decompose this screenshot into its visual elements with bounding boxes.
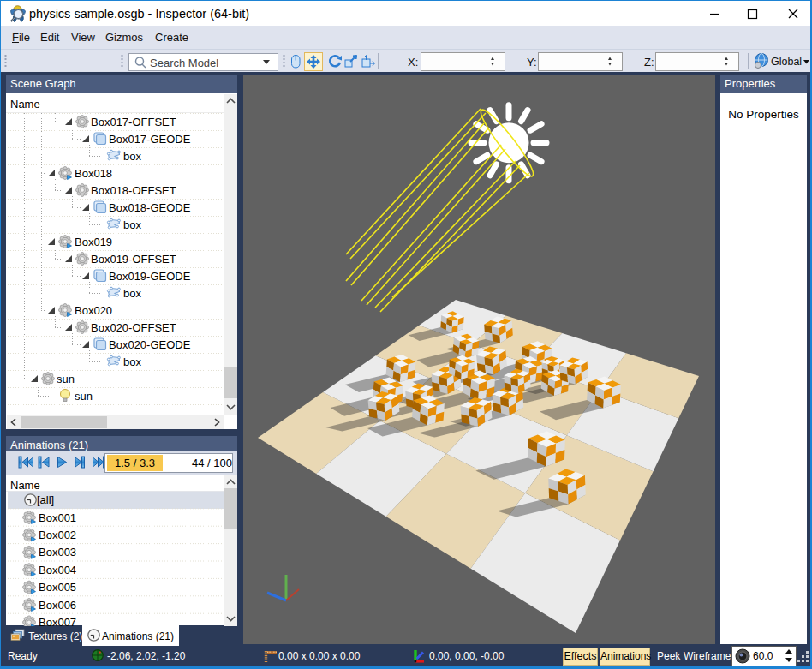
svg-text:Box005: Box005 — [39, 581, 76, 594]
svg-text:Box019-GEODE: Box019-GEODE — [109, 270, 191, 283]
svg-text:Box001: Box001 — [39, 511, 76, 524]
svg-text:Box002: Box002 — [39, 529, 76, 541]
svg-text:Box018-OFFSET: Box018-OFFSET — [91, 184, 176, 197]
svg-text:Box019: Box019 — [75, 236, 112, 248]
svg-text:Box019-OFFSET: Box019-OFFSET — [91, 253, 176, 266]
svg-text:box: box — [123, 287, 141, 300]
svg-text:Name: Name — [10, 479, 40, 492]
svg-text:Box006: Box006 — [39, 599, 76, 612]
svg-text:box: box — [123, 355, 141, 368]
svg-text:Name: Name — [10, 98, 40, 111]
svg-text:Box004: Box004 — [39, 564, 76, 576]
svg-text:sun: sun — [57, 373, 75, 385]
svg-text:Box003: Box003 — [39, 546, 76, 558]
svg-text:box: box — [123, 218, 141, 231]
svg-text:sun: sun — [75, 390, 93, 403]
svg-text:Box020: Box020 — [75, 304, 112, 317]
svg-text:Box018: Box018 — [75, 167, 112, 180]
svg-text:box: box — [123, 150, 141, 163]
svg-text:Box017-GEODE: Box017-GEODE — [109, 133, 191, 146]
svg-text:Box018-GEODE: Box018-GEODE — [109, 201, 191, 214]
svg-text:[all]: [all] — [37, 493, 54, 506]
svg-text:Box017-OFFSET: Box017-OFFSET — [91, 116, 176, 128]
svg-text:Box020-GEODE: Box020-GEODE — [109, 338, 191, 351]
svg-text:Box020-OFFSET: Box020-OFFSET — [91, 321, 176, 334]
